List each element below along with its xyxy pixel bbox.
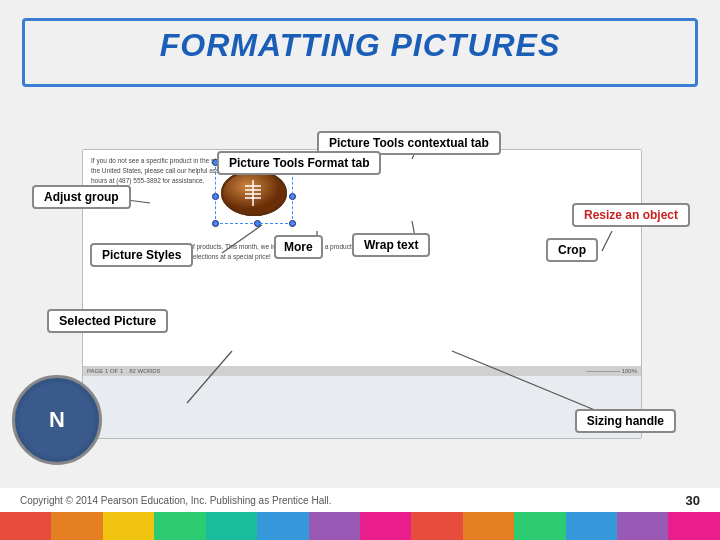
- callout-selected-picture: Selected Picture: [47, 309, 168, 333]
- bottom-bar: [0, 512, 720, 540]
- callout-picture-tools-format: Picture Tools Format tab: [217, 151, 381, 175]
- copyright-text: Copyright © 2014 Pearson Education, Inc.…: [20, 495, 331, 506]
- callout-resize: Resize an object: [572, 203, 690, 227]
- callout-sizing-handle: Sizing handle: [575, 409, 676, 433]
- bar-seg-9: [411, 512, 462, 540]
- main-content: FORMATTING PICTURES FILE HOME INSERT PAG…: [0, 0, 720, 512]
- bar-seg-3: [103, 512, 154, 540]
- callout-picture-styles: Picture Styles: [90, 243, 193, 267]
- bar-seg-14: [668, 512, 719, 540]
- bar-seg-4: [154, 512, 205, 540]
- callout-more: More: [274, 235, 323, 259]
- status-bar: PAGE 1 OF 1 82 WORDS ──────── 100%: [83, 366, 641, 376]
- bar-seg-5: [206, 512, 257, 540]
- compass-decoration: N: [12, 375, 102, 465]
- callout-adjust-group: Adjust group: [32, 185, 131, 209]
- bar-seg-1: [0, 512, 51, 540]
- bar-seg-13: [617, 512, 668, 540]
- page-title: FORMATTING PICTURES: [43, 27, 677, 64]
- bar-seg-11: [514, 512, 565, 540]
- zoom-slider[interactable]: ──────── 100%: [586, 368, 637, 374]
- word-count: 82 WORDS: [129, 368, 160, 374]
- page-number: 30: [686, 493, 700, 508]
- bar-seg-6: [257, 512, 308, 540]
- bar-seg-10: [463, 512, 514, 540]
- screenshot-box: FILE HOME INSERT PAGE LAYOUT REFERENCES …: [82, 149, 642, 439]
- bar-seg-12: [566, 512, 617, 540]
- diagram-area: FILE HOME INSERT PAGE LAYOUT REFERENCES …: [22, 103, 698, 493]
- callout-crop: Crop: [546, 238, 598, 262]
- bar-seg-2: [51, 512, 102, 540]
- bar-seg-8: [360, 512, 411, 540]
- page-indicator: PAGE 1 OF 1: [87, 368, 123, 374]
- bar-seg-7: [309, 512, 360, 540]
- callout-wrap-text: Wrap text: [352, 233, 430, 257]
- copyright-bar: Copyright © 2014 Pearson Education, Inc.…: [0, 488, 720, 512]
- title-box: FORMATTING PICTURES: [22, 18, 698, 87]
